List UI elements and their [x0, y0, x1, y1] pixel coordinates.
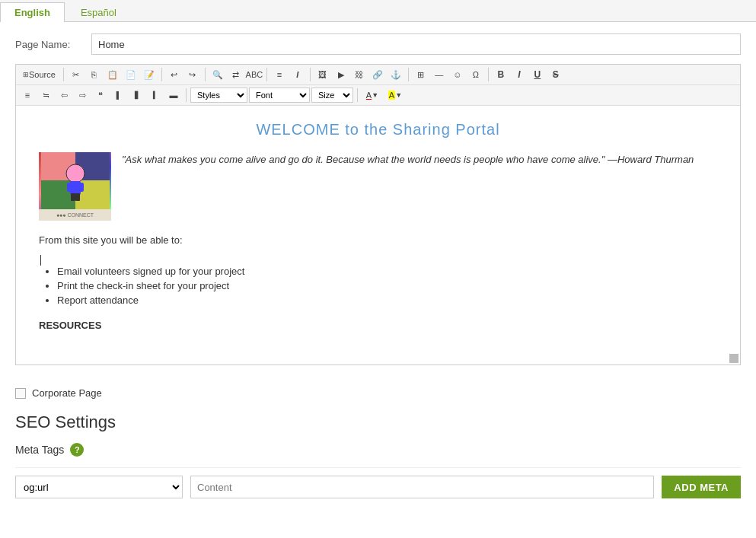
font-color-button[interactable]: A▼ [362, 88, 383, 103]
size-select[interactable]: Size [311, 88, 353, 103]
editor-container: ⊞ Source ✂ ⎘ 📋 📄 📝 ↩ ↪ 🔍 ⇄ ABC ≡ I [15, 64, 741, 365]
meta-input-row: og:url ADD META [15, 467, 741, 498]
resize-handle[interactable] [729, 354, 738, 363]
flash-button[interactable]: ▶ [333, 67, 349, 82]
editor-top-section: ●●● CONNECT "Ask what makes you come ali… [39, 152, 717, 221]
list-item-1: Email volunteers signed up for your proj… [57, 266, 717, 277]
page-name-row: Page Name: [15, 33, 741, 55]
font-select[interactable]: Font [249, 88, 310, 103]
format-button[interactable]: ≡ [271, 67, 288, 82]
corporate-page-checkbox[interactable] [15, 388, 26, 399]
paste-word-button[interactable]: 📝 [141, 67, 158, 82]
add-meta-button[interactable]: ADD META [662, 476, 741, 498]
main-content: Page Name: ⊞ Source ✂ ⎘ 📋 📄 📝 ↩ ↪ [0, 22, 756, 377]
smiley-button[interactable]: ☺ [449, 67, 466, 82]
bg-color-button[interactable]: A▼ [384, 88, 406, 103]
sep-4 [266, 68, 267, 81]
page-name-label: Page Name: [15, 39, 91, 50]
anchor-button[interactable]: ⚓ [388, 67, 404, 82]
sep-9 [357, 88, 358, 102]
bold-button[interactable]: B [493, 67, 509, 82]
table-button[interactable]: ⊞ [413, 67, 429, 82]
svg-rect-10 [75, 193, 80, 201]
copy-button[interactable]: ⎘ [86, 67, 103, 82]
image-button[interactable]: 🖼 [314, 67, 331, 82]
list-item-3: Report attendance [57, 294, 717, 306]
svg-rect-6 [70, 181, 81, 195]
undo-button[interactable]: ↩ [166, 67, 183, 82]
og-url-select[interactable]: og:url [15, 476, 183, 498]
editor-body[interactable]: WELCOME to the Sharing Portal [16, 106, 740, 365]
sep-1 [63, 68, 64, 81]
sep-2 [161, 68, 162, 81]
svg-rect-9 [71, 193, 75, 201]
link-button[interactable]: ⛓ [351, 67, 368, 82]
editor-from-text: From this site you will be able to: [39, 234, 717, 246]
sep-7 [488, 68, 489, 81]
unlink-button[interactable]: 🔗 [369, 67, 386, 82]
outdent-button[interactable]: ⇦ [56, 88, 72, 103]
align-justify-button[interactable]: ▬ [165, 88, 182, 103]
seo-title: SEO Settings [15, 412, 741, 432]
italic-toolbar-button[interactable]: I [289, 67, 306, 82]
sep-5 [310, 68, 311, 81]
sep-3 [205, 68, 206, 81]
editor-title: WELCOME to the Sharing Portal [39, 121, 717, 138]
redo-button[interactable]: ↪ [184, 67, 201, 82]
text-cursor [40, 255, 41, 266]
source-label: Source [29, 70, 56, 79]
meta-content-input[interactable] [190, 476, 654, 498]
toolbar-row-2: ≡ ≒ ⇦ ⇨ ❝ ▌ ▋ ▍ ▬ Styles Font Size [16, 85, 740, 106]
svg-rect-7 [67, 183, 72, 192]
resources-heading: RESOURCES [39, 320, 717, 331]
list-item-2: Print the check-in sheet for your projec… [57, 280, 717, 291]
editor-logo: ●●● CONNECT [39, 209, 111, 221]
blockquote-button[interactable]: ❝ [92, 88, 109, 103]
paste-plain-button[interactable]: 📄 [123, 67, 139, 82]
below-editor-section: Corporate Page SEO Settings Meta Tags ? … [0, 377, 756, 517]
strikethrough-button[interactable]: S [547, 67, 564, 82]
find-button[interactable]: 🔍 [209, 67, 226, 82]
align-right-button[interactable]: ▍ [147, 88, 164, 103]
spellcheck-button[interactable]: ABC [246, 67, 263, 82]
tab-english[interactable]: English [0, 2, 65, 22]
italic-button[interactable]: I [511, 67, 528, 82]
styles-select[interactable]: Styles [190, 88, 247, 103]
tab-espanol[interactable]: Español [66, 2, 131, 22]
ordered-list-button[interactable]: ≡ [19, 88, 36, 103]
hr-button[interactable]: — [431, 67, 448, 82]
editor-list: Email volunteers signed up for your proj… [39, 266, 717, 306]
sep-6 [408, 68, 409, 81]
page-wrapper: English Español Page Name: ⊞ Source ✂ ⎘ … [0, 0, 756, 538]
replace-button[interactable]: ⇄ [228, 67, 244, 82]
page-name-input[interactable] [91, 33, 741, 55]
align-left-button[interactable]: ▌ [110, 88, 127, 103]
editor-image: ●●● CONNECT [39, 152, 111, 221]
source-button[interactable]: ⊞ Source [19, 67, 59, 82]
editor-image-inner [39, 152, 111, 209]
svg-rect-8 [79, 183, 84, 192]
special-char-button[interactable]: Ω [467, 67, 484, 82]
align-center-button[interactable]: ▋ [129, 88, 145, 103]
paste-button[interactable]: 📋 [104, 67, 121, 82]
underline-button[interactable]: U [529, 67, 546, 82]
svg-point-5 [66, 164, 85, 183]
meta-tags-row: Meta Tags ? [15, 443, 741, 457]
cut-button[interactable]: ✂ [68, 67, 85, 82]
toolbar-row-1: ⊞ Source ✂ ⎘ 📋 📄 📝 ↩ ↪ 🔍 ⇄ ABC ≡ I [16, 65, 740, 85]
corporate-page-row: Corporate Page [15, 387, 741, 399]
editor-quote: "Ask what makes you come alive and go do… [122, 152, 717, 167]
indent-button[interactable]: ⇨ [74, 88, 91, 103]
meta-tags-label: Meta Tags [15, 444, 64, 456]
sep-8 [186, 88, 187, 102]
language-tabs: English Español [0, 0, 756, 22]
seo-section: SEO Settings Meta Tags ? og:url ADD META [15, 412, 741, 506]
corporate-page-label: Corporate Page [32, 387, 102, 399]
source-icon: ⊞ [23, 71, 29, 78]
meta-tags-help-icon[interactable]: ? [70, 443, 84, 457]
unordered-list-button[interactable]: ≒ [37, 88, 54, 103]
